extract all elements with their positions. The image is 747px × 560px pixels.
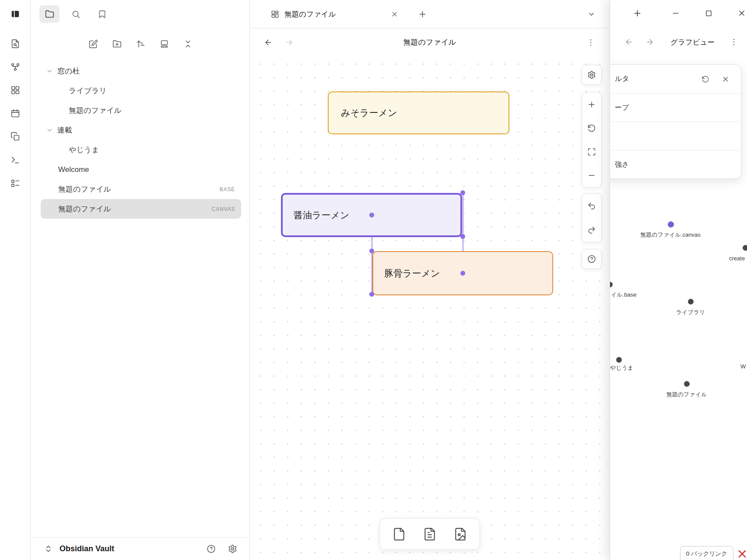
file-text-icon [423, 527, 437, 541]
graph-settings-header: ルタ [615, 65, 736, 93]
graph-node-dot[interactable] [610, 282, 613, 287]
new-folder-button[interactable] [109, 36, 125, 52]
new-note-button[interactable] [85, 36, 101, 52]
canvas-settings-group [582, 65, 602, 85]
new-tab-button[interactable] [414, 6, 430, 22]
sidebar-toggle-button[interactable] [7, 5, 24, 23]
graph-node-label: イル.base [611, 291, 636, 299]
more-options-button[interactable] [583, 35, 599, 50]
close-icon [722, 75, 729, 83]
canvas-settings-button[interactable] [582, 65, 601, 84]
canvas-surface[interactable]: みそラーメン 醤油ラーメン 豚骨ラーメン [250, 56, 610, 560]
graph-node-dot[interactable] [668, 221, 674, 228]
gear-icon [587, 70, 596, 79]
status-error-icon[interactable] [737, 549, 747, 559]
redo-icon [587, 226, 596, 234]
plus-icon [418, 10, 427, 19]
nav-back-button[interactable] [260, 35, 276, 50]
canvas-history-group [582, 193, 602, 242]
tab-bookmarks[interactable] [92, 5, 112, 23]
tree-folder[interactable]: 窓の杜 [41, 61, 241, 81]
graph-node-label: W [740, 363, 746, 370]
tree-file[interactable]: 無題のファイル BASE [41, 179, 241, 199]
add-card-button[interactable] [386, 522, 412, 546]
graph-window: グラフビュー 無題のファイル.canvas create イル.base ライブ… [610, 0, 747, 560]
ribbon-canvas-button[interactable] [7, 81, 24, 99]
redo-button[interactable] [582, 218, 601, 242]
edge-handle[interactable] [369, 292, 374, 297]
rotate-ccw-icon [587, 124, 596, 133]
add-note-button[interactable] [417, 522, 443, 546]
close-icon [391, 10, 398, 18]
section-label: 強さ [615, 160, 629, 169]
arrow-left-icon [264, 38, 273, 47]
tree-file[interactable]: 無題のファイル [41, 101, 241, 120]
sort-order-button[interactable] [133, 36, 148, 52]
zoom-out-button[interactable] [582, 164, 601, 187]
edge-handle[interactable] [460, 271, 465, 276]
restore-defaults-button[interactable] [699, 73, 712, 86]
tab-untitled-canvas[interactable]: 無題のファイル [261, 0, 407, 28]
graph-settings-section[interactable]: ープ [615, 94, 736, 122]
graph-node-label: やじうま [610, 364, 633, 372]
canvas-help-button[interactable] [582, 249, 601, 269]
ribbon-daily-note-button[interactable] [7, 105, 24, 122]
collapse-all-button[interactable] [180, 36, 196, 52]
ribbon-templates-button[interactable] [7, 128, 24, 145]
graph-settings-section[interactable]: 強さ [615, 150, 736, 179]
zoom-to-fit-button[interactable] [582, 140, 601, 164]
tab-files[interactable] [39, 5, 60, 23]
graph-node-dot[interactable] [616, 357, 622, 363]
edge-handle[interactable] [460, 190, 465, 195]
add-media-button[interactable] [447, 522, 473, 546]
ribbon-graph-button[interactable] [7, 58, 24, 76]
ribbon-outline-button[interactable] [7, 175, 24, 192]
graph-settings-panel: ルタ ープ 強さ [610, 64, 741, 179]
edge-handle[interactable] [460, 234, 465, 239]
help-circle-icon [207, 544, 216, 553]
graph-node-label: 無題のファイル [666, 391, 707, 399]
tab-search[interactable] [66, 5, 86, 23]
calendar-icon [11, 108, 20, 118]
backlinks-status[interactable]: 0 バックリンク [680, 546, 733, 560]
zoom-in-button[interactable] [582, 93, 601, 116]
graph-settings-section[interactable] [615, 122, 736, 150]
vault-switcher[interactable]: Obsidian Vault [31, 537, 249, 560]
settings-button[interactable] [224, 541, 240, 557]
edge-handle[interactable] [369, 248, 374, 253]
nav-forward-button[interactable] [281, 35, 297, 50]
file-label: Welcome [58, 165, 89, 174]
card-layout-button[interactable] [156, 36, 172, 52]
tab-title: 無題のファイル [284, 10, 336, 19]
minus-icon [587, 171, 596, 180]
undo-button[interactable] [582, 194, 601, 218]
layout-list-icon [11, 178, 20, 188]
tree-file[interactable]: やじうま [41, 140, 241, 160]
ribbon-terminal-button[interactable] [7, 151, 24, 169]
graph-node-dot[interactable] [688, 299, 694, 304]
ribbon-file-search-button[interactable] [7, 35, 24, 52]
edge-handle[interactable] [369, 213, 374, 217]
chevron-down-icon[interactable] [46, 126, 53, 134]
folder-label: 連載 [57, 125, 72, 135]
tree-file[interactable]: Welcome [41, 160, 241, 179]
graph-node-dot[interactable] [743, 245, 747, 251]
file-type-badge: BASE [220, 186, 235, 192]
more-vertical-icon [586, 38, 595, 47]
file-tree: 窓の杜 ライブラリ 無題のファイル 連載 やじうま Welcome 無題のファイ… [41, 61, 241, 219]
reset-zoom-button[interactable] [582, 116, 601, 140]
canvas-card-miso[interactable]: みそラーメン [328, 91, 509, 134]
card-label: みそラーメン [341, 107, 397, 119]
graph-node-dot[interactable] [684, 381, 690, 387]
help-button[interactable] [203, 541, 219, 557]
canvas-file-icon [271, 10, 279, 18]
file-label: 無題のファイル [58, 204, 111, 214]
tree-file[interactable]: ライブラリ [41, 81, 241, 101]
tab-list-button[interactable] [583, 6, 599, 22]
tree-folder[interactable]: 連載 [41, 120, 241, 140]
file-label: 無題のファイル [58, 184, 111, 194]
chevron-down-icon[interactable] [46, 67, 53, 75]
tab-close-button[interactable] [388, 8, 400, 21]
panel-close-button[interactable] [719, 73, 732, 86]
tree-file-selected[interactable]: 無題のファイル CANVAS [41, 199, 241, 219]
